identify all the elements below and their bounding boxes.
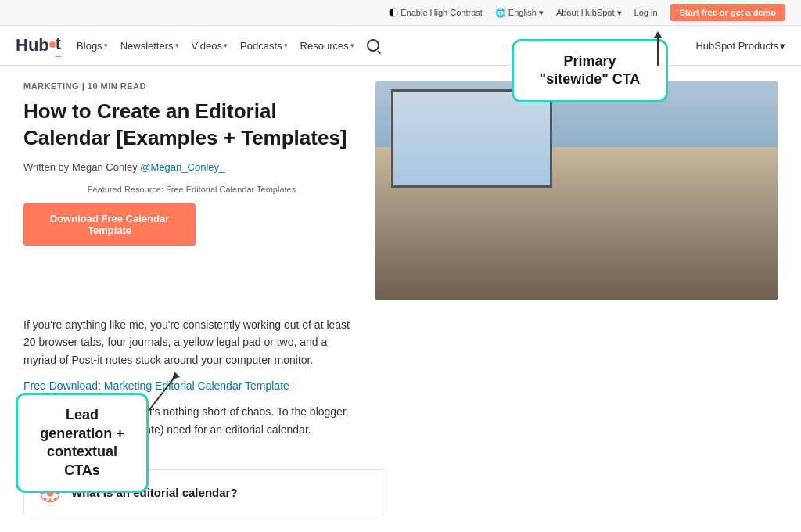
content-area: MARKETING | 10 MIN READ How to Create an… bbox=[0, 66, 801, 316]
svg-rect-23 bbox=[709, 215, 734, 254]
nav-videos[interactable]: Videos ▾ bbox=[192, 40, 228, 52]
article-author: Written by Megan Conley @Megan_Conley_ bbox=[23, 161, 360, 173]
contrast-label: Enable High Contrast bbox=[400, 8, 483, 17]
article-meta: MARKETING | 10 MIN READ bbox=[23, 81, 360, 91]
nav-resources[interactable]: Resources ▾ bbox=[300, 40, 354, 52]
svg-rect-13 bbox=[432, 250, 682, 261]
contrast-icon bbox=[389, 8, 398, 17]
svg-line-38 bbox=[149, 376, 176, 411]
featured-resource-label: Featured Resource: Free Editorial Calend… bbox=[23, 184, 360, 196]
main-nav: Hubt Blogs ▾ Newsletters ▾ Videos ▾ Podc… bbox=[0, 26, 801, 66]
office-scene-svg bbox=[375, 81, 778, 300]
svg-rect-27 bbox=[484, 243, 505, 255]
logo-spot bbox=[49, 41, 56, 48]
nav-hubspot-products[interactable]: HubSpot Products ▾ bbox=[695, 40, 785, 52]
hero-image bbox=[375, 81, 778, 300]
svg-rect-25 bbox=[537, 244, 547, 256]
utility-bar: Enable High Contrast 🌐 English ▾ About H… bbox=[0, 0, 801, 26]
annotation-cta-label: Primary "sitewide" CTA bbox=[540, 53, 641, 87]
svg-rect-9 bbox=[663, 120, 675, 132]
svg-rect-26 bbox=[483, 242, 506, 257]
svg-marker-39 bbox=[172, 372, 180, 379]
svg-rect-4 bbox=[408, 199, 745, 300]
svg-rect-1 bbox=[416, 89, 565, 199]
annotation-lead-label: Lead generation + contextual CTAs bbox=[40, 407, 124, 477]
language-label: English bbox=[508, 8, 537, 17]
search-icon[interactable] bbox=[367, 39, 379, 52]
nav-newsletters[interactable]: Newsletters ▾ bbox=[120, 40, 179, 52]
nav-items: Blogs ▾ Newsletters ▾ Videos ▾ Podcasts … bbox=[77, 39, 785, 52]
nav-podcasts[interactable]: Podcasts ▾ bbox=[240, 40, 287, 52]
nav-hubspot-products-label: HubSpot Products bbox=[695, 40, 778, 52]
arrow-primary-cta bbox=[646, 31, 670, 70]
article-body-paragraph-1: If you're anything like me, you're consi… bbox=[23, 316, 360, 368]
inline-cta-link[interactable]: Free Download: Marketing Editorial Calen… bbox=[23, 379, 360, 392]
start-free-cta-button[interactable]: Start free or get a demo bbox=[670, 4, 785, 21]
chevron-down-icon: ▾ bbox=[224, 41, 228, 49]
login-link[interactable]: Log in bbox=[634, 8, 658, 17]
nav-blogs[interactable]: Blogs ▾ bbox=[77, 40, 108, 52]
high-contrast-toggle[interactable]: Enable High Contrast bbox=[389, 8, 483, 17]
nav-blogs-label: Blogs bbox=[77, 40, 102, 52]
logo-text: Hub bbox=[16, 35, 49, 56]
hero-image-container bbox=[375, 81, 778, 300]
svg-rect-19 bbox=[621, 189, 649, 232]
svg-point-16 bbox=[514, 201, 545, 235]
nav-podcasts-label: Podcasts bbox=[240, 40, 282, 52]
chevron-down-icon: ▾ bbox=[780, 40, 785, 52]
svg-point-20 bbox=[676, 167, 704, 199]
svg-rect-24 bbox=[510, 246, 519, 257]
svg-rect-6 bbox=[627, 113, 737, 199]
article-left-column: MARKETING | 10 MIN READ How to Create an… bbox=[23, 81, 360, 300]
chevron-down-icon: ▾ bbox=[175, 41, 179, 49]
author-name: Megan Conley bbox=[72, 161, 138, 173]
svg-rect-15 bbox=[454, 246, 488, 285]
annotation-lead-gen: Lead generation + contextual CTAs bbox=[16, 393, 149, 493]
author-handle-link[interactable]: @Megan_Conley_ bbox=[140, 161, 224, 173]
svg-rect-10 bbox=[635, 136, 647, 148]
svg-point-22 bbox=[709, 189, 734, 217]
svg-rect-7 bbox=[635, 120, 647, 132]
about-hubspot-link[interactable]: About HubSpot ▾ bbox=[556, 8, 622, 18]
nav-newsletters-label: Newsletters bbox=[120, 40, 174, 52]
svg-rect-5 bbox=[408, 253, 745, 300]
annotation-primary-cta: Primary "sitewide" CTA bbox=[512, 39, 668, 102]
nav-videos-label: Videos bbox=[192, 40, 223, 52]
svg-rect-31 bbox=[49, 498, 52, 502]
svg-rect-37 bbox=[53, 497, 57, 501]
globe-icon: 🌐 bbox=[495, 8, 506, 18]
language-chevron: ▾ bbox=[539, 8, 544, 18]
chevron-down-icon: ▾ bbox=[104, 41, 108, 49]
language-selector[interactable]: 🌐 English ▾ bbox=[495, 8, 544, 18]
svg-point-14 bbox=[454, 210, 488, 250]
download-free-calendar-button[interactable]: Download Free Calendar Template bbox=[23, 203, 196, 246]
hubspot-logo[interactable]: Hubt bbox=[16, 34, 61, 57]
login-label: Log in bbox=[634, 8, 658, 17]
chevron-down-icon: ▾ bbox=[350, 41, 354, 49]
svg-rect-21 bbox=[676, 197, 704, 244]
svg-marker-41 bbox=[654, 31, 662, 38]
about-chevron: ▾ bbox=[617, 8, 622, 18]
author-prefix: Written by bbox=[23, 161, 69, 173]
arrow-lead-gen bbox=[145, 368, 192, 415]
svg-rect-17 bbox=[514, 232, 545, 268]
chevron-down-icon: ▾ bbox=[284, 41, 288, 49]
svg-point-12 bbox=[432, 234, 682, 289]
svg-rect-8 bbox=[649, 120, 661, 132]
svg-rect-0 bbox=[408, 81, 745, 300]
about-label: About HubSpot bbox=[556, 8, 615, 17]
svg-point-18 bbox=[621, 160, 649, 191]
logo-text-2: t bbox=[56, 34, 61, 57]
svg-rect-36 bbox=[43, 497, 47, 501]
svg-rect-11 bbox=[649, 135, 661, 146]
nav-resources-label: Resources bbox=[300, 40, 349, 52]
article-title: How to Create an Editorial Calendar [Exa… bbox=[23, 99, 360, 152]
